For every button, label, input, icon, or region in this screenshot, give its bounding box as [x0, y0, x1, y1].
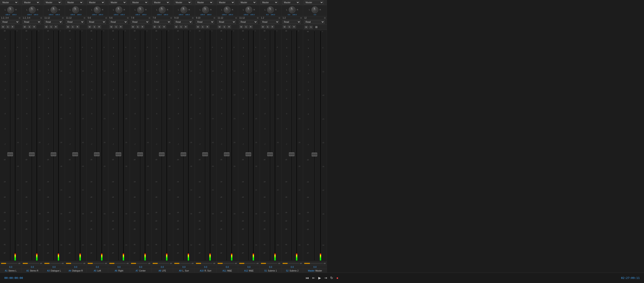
mute-btn-S1[interactable]: M	[261, 25, 265, 28]
fader-thumb-A11[interactable]	[224, 152, 230, 156]
trim-bar-A4[interactable]	[66, 263, 82, 264]
trim-bar-S2[interactable]	[282, 263, 299, 264]
rec-btn-A3[interactable]: R	[54, 25, 58, 28]
channel-mode-select-A3[interactable]: Master	[44, 1, 62, 4]
trim-bar-A6[interactable]	[109, 263, 126, 264]
rec-btn-A9[interactable]: R	[184, 25, 188, 28]
rec-btn-A10[interactable]: R	[206, 25, 210, 28]
rec-btn-A11[interactable]: R	[227, 25, 231, 28]
channel-mode-select-A11[interactable]: Master	[218, 1, 235, 4]
record-btn[interactable]: ●	[336, 276, 338, 280]
fader-track-A1[interactable]	[10, 30, 11, 261]
trim-bar-A7[interactable]	[131, 263, 148, 264]
mute-btn-A8[interactable]: M	[153, 25, 156, 28]
fader-thumb-A9[interactable]	[180, 152, 186, 156]
knob-A5[interactable]	[94, 6, 101, 13]
channel-mode-select-A6[interactable]: Master	[109, 1, 126, 4]
read-select-A10[interactable]: Read	[196, 20, 214, 24]
rec-btn-A5[interactable]: R	[97, 25, 101, 28]
fader-track-A7[interactable]	[140, 30, 141, 261]
fader-thumb-A7[interactable]	[137, 152, 143, 156]
solo-btn-A1[interactable]: S	[6, 25, 10, 28]
mute-btn-S2[interactable]: M	[282, 25, 286, 28]
read-select-Master[interactable]: Read	[304, 20, 324, 24]
goto-start-btn[interactable]: ⏮	[306, 276, 309, 280]
channel-mode-select-A5[interactable]: Master	[88, 1, 105, 4]
channel-mode-select-Master[interactable]: Master	[304, 1, 324, 4]
read-select-A2[interactable]: Read	[22, 20, 41, 24]
loop-btn[interactable]: ↻	[330, 276, 333, 280]
channel-mode-select-A12[interactable]: Master	[239, 1, 256, 4]
mute-btn-A10[interactable]: M	[196, 25, 200, 28]
trim-bar-A11[interactable]	[218, 263, 234, 264]
solo-btn-A2[interactable]: S	[28, 25, 32, 28]
mute-btn-A3[interactable]: M	[44, 25, 48, 28]
solo-btn-S2[interactable]: S	[287, 25, 291, 28]
fader-track-A9[interactable]	[183, 30, 184, 261]
mute-btn-A4[interactable]: M	[66, 25, 70, 28]
channel-mode-select-A8[interactable]: Master	[152, 1, 170, 4]
fader-track-Master[interactable]	[314, 31, 315, 261]
rec-btn-S2[interactable]: R	[292, 25, 296, 28]
channel-mode-select-A2[interactable]: Master	[22, 1, 40, 4]
knob-S2[interactable]	[289, 6, 296, 13]
fader-track-S1[interactable]	[270, 30, 271, 261]
rec-btn-A7[interactable]: R	[140, 25, 144, 28]
channel-mode-select-S2[interactable]: Master	[282, 1, 300, 4]
fader-thumb-S1[interactable]	[267, 152, 273, 156]
mute-btn-A6[interactable]: M	[109, 25, 113, 28]
fast-forward-btn[interactable]: ⇥	[324, 276, 327, 280]
knob-A10[interactable]	[202, 6, 209, 13]
channel-mode-select-A7[interactable]: Master	[131, 1, 148, 4]
rec-btn-A2[interactable]: R	[32, 25, 36, 28]
play-btn[interactable]: ▶	[318, 276, 321, 280]
channel-mode-select-A1[interactable]: Master	[1, 1, 18, 4]
channel-mode-select-A9[interactable]: Master	[174, 1, 192, 4]
knob-A2[interactable]	[29, 6, 36, 13]
knob-A9[interactable]	[180, 6, 187, 13]
solo-btn-A9[interactable]: S	[179, 25, 183, 28]
trim-bar-Master[interactable]	[304, 263, 323, 264]
mute-btn-A7[interactable]: M	[131, 25, 135, 28]
trim-bar-A10[interactable]	[196, 263, 212, 264]
channel-mode-select-A10[interactable]: Master	[196, 1, 213, 4]
rec-btn-A12[interactable]: R	[249, 25, 253, 28]
fader-thumb-A4[interactable]	[72, 152, 78, 156]
knob-A8[interactable]	[159, 6, 166, 13]
knob-A1[interactable]	[7, 6, 14, 13]
channel-mode-select-A4[interactable]: Master	[66, 1, 83, 4]
read-select-A3[interactable]: Read	[44, 20, 62, 24]
solo-btn-A3[interactable]: S	[49, 25, 53, 28]
solo-btn-A8[interactable]: S	[158, 25, 161, 28]
fader-thumb-A12[interactable]	[246, 152, 251, 156]
fader-track-A8[interactable]	[161, 30, 162, 261]
trim-bar-A1[interactable]	[1, 263, 18, 264]
fader-thumb-S2[interactable]	[289, 152, 294, 156]
mute-btn-A9[interactable]: M	[174, 25, 178, 28]
fader-thumb-Master[interactable]	[312, 153, 317, 156]
fader-track-A5[interactable]	[96, 30, 98, 261]
fader-thumb-A6[interactable]	[116, 152, 121, 156]
solo-btn-Master[interactable]: S	[309, 26, 313, 29]
rewind-btn[interactable]: ⇤	[312, 276, 315, 280]
rec-btn-S1[interactable]: R	[270, 25, 274, 28]
fader-track-S2[interactable]	[291, 30, 292, 261]
trim-bar-A2[interactable]	[23, 263, 39, 264]
trim-bar-S1[interactable]	[261, 263, 278, 264]
read-select-S2[interactable]: Read	[282, 20, 301, 24]
fader-thumb-A8[interactable]	[159, 152, 164, 156]
knob-Master[interactable]	[312, 6, 318, 13]
knob-A6[interactable]	[116, 6, 122, 13]
knob-A11[interactable]	[224, 6, 230, 13]
rec-btn-A4[interactable]: R	[76, 25, 80, 28]
fader-thumb-A3[interactable]	[51, 152, 56, 156]
trim-bar-A3[interactable]	[44, 263, 61, 264]
fader-thumb-A10[interactable]	[202, 152, 208, 156]
fader-thumb-A5[interactable]	[94, 152, 100, 156]
fader-track-A6[interactable]	[118, 30, 119, 261]
knob-A12[interactable]	[245, 6, 252, 13]
rec-btn-A1[interactable]: R	[10, 25, 14, 28]
fader-track-A3[interactable]	[53, 30, 54, 261]
read-select-A6[interactable]: Read	[109, 20, 128, 24]
mute-btn-A1[interactable]: M	[1, 25, 5, 28]
